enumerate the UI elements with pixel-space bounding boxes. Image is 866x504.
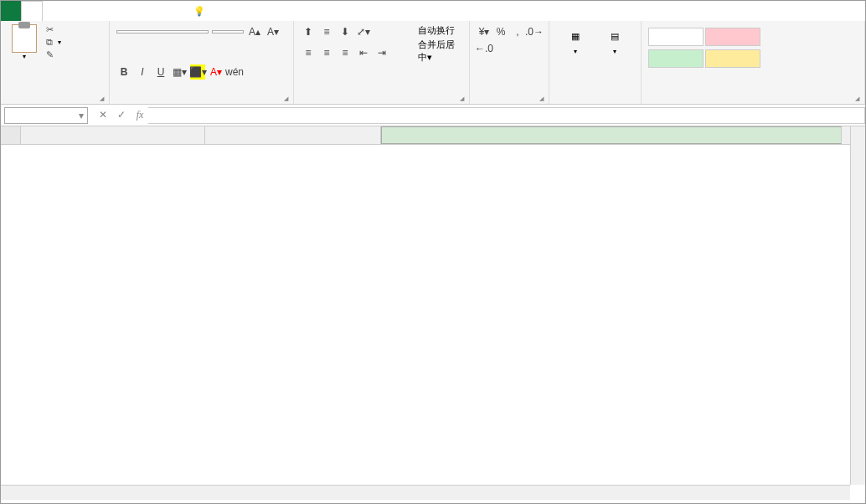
italic-button[interactable]: I: [135, 64, 150, 80]
align-top-button[interactable]: ⬆: [301, 24, 316, 39]
fill-color-button[interactable]: ⬛▾: [190, 64, 205, 80]
font-size-select[interactable]: [212, 30, 244, 33]
col-header-c[interactable]: [381, 126, 842, 144]
group-styles: [642, 21, 865, 104]
group-alignment: ⬆ ≡ ⬇ ⤢▾ ≡ ≡ ≡ ⇤ ⇥ 自动换行 合并后居中▾: [294, 21, 470, 104]
merge-center-button[interactable]: 合并后居中▾: [418, 39, 462, 64]
group-number: ¥▾ % , .0→ ←.0: [470, 21, 549, 104]
phonetic-button[interactable]: wén: [227, 64, 242, 80]
cut-button[interactable]: [46, 24, 61, 35]
group-font: A▴ A▾ B I U ▦▾ ⬛▾ A▾ wén: [110, 21, 294, 104]
paste-button[interactable]: ▾: [8, 24, 41, 60]
group-cond-format: ▦▾ ▤▾: [549, 21, 642, 104]
horizontal-scrollbar[interactable]: [1, 485, 850, 500]
tab-addins[interactable]: [163, 1, 183, 21]
indent-increase-button[interactable]: ⇥: [374, 45, 389, 60]
group-label-clipboard: [8, 100, 102, 104]
decrease-font-button[interactable]: A▾: [265, 24, 281, 39]
cancel-formula-button[interactable]: ✕: [95, 109, 111, 121]
group-label-alignment: [301, 100, 462, 104]
font-name-select[interactable]: [116, 30, 209, 33]
group-clipboard: ▾ ▾: [1, 21, 110, 104]
increase-font-button[interactable]: A▴: [247, 24, 262, 39]
format-painter-button[interactable]: [46, 49, 61, 60]
col-header-a[interactable]: [21, 126, 205, 144]
group-label-font: [116, 100, 286, 104]
align-left-button[interactable]: ≡: [301, 45, 316, 60]
conditional-format-button[interactable]: ▦▾: [556, 24, 595, 55]
wrap-text-button[interactable]: 自动换行: [418, 24, 462, 37]
tab-review[interactable]: [123, 1, 143, 21]
accept-formula-button[interactable]: ✓: [113, 109, 130, 121]
insert-function-button[interactable]: fx: [131, 109, 148, 121]
bold-button[interactable]: B: [116, 64, 131, 80]
decrease-decimal-button[interactable]: ←.0: [477, 41, 492, 56]
indent-decrease-button[interactable]: ⇤: [356, 45, 371, 60]
tab-data[interactable]: [103, 1, 123, 21]
style-good[interactable]: [648, 49, 704, 68]
tab-file[interactable]: [1, 1, 21, 21]
tab-insert[interactable]: [43, 1, 63, 21]
border-button[interactable]: ▦▾: [172, 64, 187, 80]
orientation-button[interactable]: ⤢▾: [356, 24, 371, 39]
vertical-scrollbar[interactable]: [850, 126, 865, 485]
increase-decimal-button[interactable]: .0→: [527, 24, 542, 39]
tab-formulas[interactable]: [83, 1, 103, 21]
spreadsheet-grid: [1, 126, 865, 480]
col-header-b[interactable]: [205, 126, 381, 144]
style-bad[interactable]: [705, 28, 760, 46]
font-color-button[interactable]: A▾: [209, 64, 224, 80]
underline-button[interactable]: U: [153, 64, 168, 80]
align-center-button[interactable]: ≡: [319, 45, 334, 60]
cell-area[interactable]: [21, 145, 858, 480]
align-bottom-button[interactable]: ⬇: [338, 24, 353, 39]
tab-view[interactable]: [143, 1, 163, 21]
copy-button[interactable]: ▾: [46, 37, 61, 48]
style-normal[interactable]: [648, 28, 704, 46]
group-label-number: [477, 100, 542, 104]
formula-input[interactable]: [148, 107, 865, 124]
percent-button[interactable]: %: [493, 24, 508, 39]
align-right-button[interactable]: ≡: [338, 45, 353, 60]
name-box[interactable]: [4, 107, 88, 124]
style-neutral[interactable]: [705, 49, 760, 68]
group-label-styles: [648, 100, 858, 104]
tab-home[interactable]: [21, 1, 43, 21]
tell-me[interactable]: 💡: [193, 1, 209, 21]
currency-button[interactable]: ¥▾: [477, 24, 492, 39]
ribbon: ▾ ▾ A▴ A▾ B I U ▦▾ ⬛▾ A▾ wén: [1, 21, 865, 105]
align-middle-button[interactable]: ≡: [319, 24, 334, 39]
tab-page-layout[interactable]: [63, 1, 83, 21]
select-all-corner[interactable]: [1, 126, 21, 144]
formula-bar: ✕ ✓ fx: [1, 105, 865, 126]
ribbon-tabs: 💡: [1, 1, 865, 21]
format-as-table-button[interactable]: ▤▾: [595, 24, 635, 55]
comma-button[interactable]: ,: [510, 24, 525, 39]
